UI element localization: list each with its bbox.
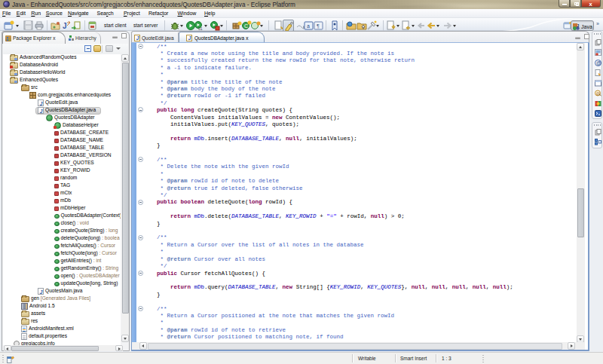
svg-text:J: J: [63, 22, 67, 30]
svg-text:C: C: [244, 23, 248, 29]
svg-text:a: a: [307, 23, 310, 29]
svg-text:J: J: [577, 23, 579, 28]
svg-text:¶: ¶: [317, 23, 320, 29]
svg-text:@: @: [596, 60, 601, 66]
